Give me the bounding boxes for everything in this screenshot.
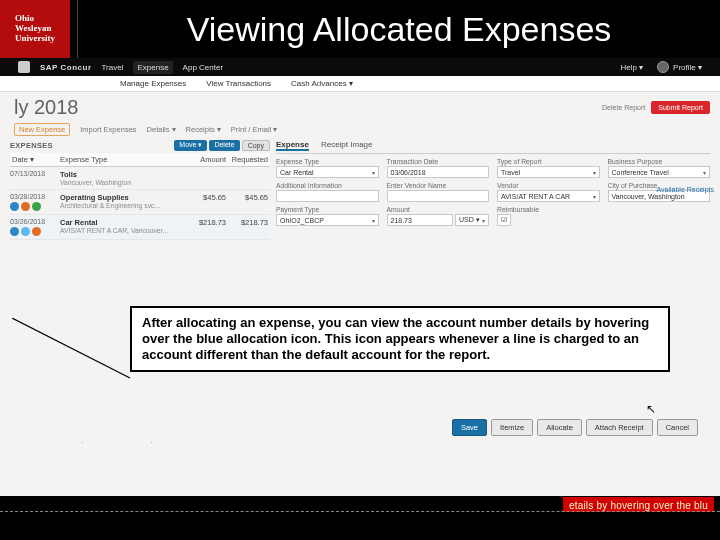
subnav-view-transactions[interactable]: View Transactions: [206, 79, 271, 88]
row-type: Operating Supplies: [60, 193, 186, 202]
expense-list-panel: EXPENSES Move ▾ Delete Copy Date ▾ Expen…: [10, 140, 270, 240]
receipt-icon: [32, 202, 41, 211]
subnav-manage-expenses[interactable]: Manage Expenses: [120, 79, 186, 88]
expenses-label: EXPENSES: [10, 141, 53, 150]
table-row[interactable]: 03/26/2018 Car Rental AVIS/AT RENT A CAR…: [10, 215, 270, 240]
lbl: Vendor: [497, 182, 600, 189]
payment-type-select[interactable]: OhIO2_CBCP: [276, 214, 379, 226]
report-type-select[interactable]: Travel: [497, 166, 600, 178]
callout-arrow: [12, 318, 128, 386]
col-requested[interactable]: Requested: [226, 155, 270, 164]
delete-report-link[interactable]: Delete Report: [602, 104, 645, 111]
row-type: Tolls: [60, 170, 186, 179]
submit-report-button[interactable]: Submit Report: [651, 101, 710, 114]
field-grid: Expense TypeCar Rental Transaction Date0…: [276, 158, 710, 226]
report-name: ly 2018: [14, 96, 79, 119]
detail-tabs: Expense Receipt Image: [276, 140, 710, 154]
slide: Ohio Wesleyan University Viewing Allocat…: [0, 0, 720, 540]
allocation-icon: [10, 202, 19, 211]
business-purpose-select[interactable]: Conference Travel: [608, 166, 711, 178]
col-amount[interactable]: Amount: [186, 155, 226, 164]
callout-box: After allocating an expense, you can vie…: [130, 306, 670, 372]
subnav-cash-advances[interactable]: Cash Advances ▾: [291, 79, 353, 88]
reimb-checkbox[interactable]: ☑: [497, 214, 511, 226]
action-bar: Save Itemize Allocate Attach Receipt Can…: [0, 413, 720, 442]
profile-label: Profile ▾: [673, 63, 702, 72]
slide-title: Viewing Allocated Expenses: [187, 10, 612, 49]
expense-type-select[interactable]: Car Rental: [276, 166, 379, 178]
nav-travel[interactable]: Travel: [102, 63, 124, 72]
title-wrap: Viewing Allocated Expenses: [78, 0, 720, 58]
amount-input[interactable]: 218.73: [387, 214, 454, 226]
details-menu[interactable]: Details ▾: [147, 125, 176, 134]
concur-header: SAP Concur Travel Expense App Center Hel…: [0, 58, 720, 76]
expense-detail-panel: Expense Receipt Image Expense TypeCar Re…: [276, 140, 710, 240]
transaction-date-input[interactable]: 03/06/2018: [387, 166, 490, 178]
university-logo: Ohio Wesleyan University: [0, 0, 70, 58]
lbl: Payment Type: [276, 206, 379, 213]
exception-icon: [32, 227, 41, 236]
expense-header-row: Date ▾ Expense Type Amount Requested: [10, 153, 270, 167]
exception-icon: [21, 202, 30, 211]
report-toolbar: New Expense Import Expenses Details ▾ Re…: [0, 121, 720, 140]
cancel-button[interactable]: Cancel: [657, 419, 698, 436]
help-menu[interactable]: Help ▾: [620, 63, 643, 72]
row-sub: Architectural & Engineering svc...: [60, 202, 186, 209]
row-sub: Vancouver, Washington: [60, 179, 186, 186]
lbl: Business Purpose: [608, 158, 711, 165]
itemize-button[interactable]: Itemize: [491, 419, 533, 436]
row-date: 03/28/2018: [10, 193, 60, 200]
attach-receipt-button[interactable]: Attach Receipt: [586, 419, 653, 436]
print-email-menu[interactable]: Print / Email ▾: [231, 125, 278, 134]
table-row[interactable]: 03/28/2018 Operating Supplies Architectu…: [10, 190, 270, 215]
row-date: 07/13/2018: [10, 170, 60, 177]
report-header: ly 2018 Delete Report Submit Report: [0, 92, 720, 121]
nav-expense[interactable]: Expense: [133, 61, 172, 74]
import-expenses-link[interactable]: Import Expenses: [80, 125, 136, 134]
currency-select[interactable]: USD ▾: [455, 214, 489, 226]
logo-line3: University: [15, 34, 55, 44]
lbl: Enter Vendor Name: [387, 182, 490, 189]
tab-expense[interactable]: Expense: [276, 140, 309, 151]
nav-appcenter[interactable]: App Center: [183, 63, 223, 72]
vendor-select[interactable]: AVIS/AT RENT A CAR: [497, 190, 600, 202]
row-type: Car Rental: [60, 218, 186, 227]
footer-bar: [0, 512, 720, 540]
new-expense-button[interactable]: New Expense: [14, 123, 70, 136]
available-receipts-link[interactable]: Available Receipts: [657, 186, 714, 193]
additional-info-input[interactable]: [276, 190, 379, 202]
profile-menu[interactable]: Profile ▾: [657, 61, 702, 73]
receipts-menu[interactable]: Receipts ▾: [186, 125, 221, 134]
lbl: Expense Type: [276, 158, 379, 165]
concur-brand: SAP Concur: [40, 63, 92, 72]
move-button[interactable]: Move ▾: [174, 140, 207, 151]
lbl: Type of Report: [497, 158, 600, 165]
enter-vendor-input[interactable]: [387, 190, 490, 202]
col-type[interactable]: Expense Type: [60, 155, 186, 164]
lbl: Additional Information: [276, 182, 379, 189]
logo-divider: [70, 0, 78, 58]
screenshot-area: SAP Concur Travel Expense App Center Hel…: [0, 58, 720, 496]
card-icon: [21, 227, 30, 236]
delete-button[interactable]: Delete: [209, 140, 239, 151]
svg-line-0: [12, 318, 130, 378]
concur-subnav: Manage Expenses View Transactions Cash A…: [0, 76, 720, 92]
tab-receipt-image[interactable]: Receipt Image: [321, 140, 373, 151]
lbl: Amount: [387, 206, 490, 213]
copy-button[interactable]: Copy: [242, 140, 270, 151]
list-toolbar: EXPENSES Move ▾ Delete Copy: [10, 140, 270, 151]
col-date[interactable]: Date ▾: [10, 155, 60, 164]
lbl: Transaction Date: [387, 158, 490, 165]
row-requested: $218.73: [226, 218, 270, 227]
row-amount: $218.73: [186, 218, 226, 227]
main-columns: EXPENSES Move ▾ Delete Copy Date ▾ Expen…: [0, 140, 720, 240]
allocation-icon: [10, 227, 19, 236]
avatar-icon: [657, 61, 669, 73]
lbl: Reimbursable: [497, 206, 600, 213]
row-amount: $45.65: [186, 193, 226, 202]
table-row[interactable]: 07/13/2018 Tolls Vancouver, Washington: [10, 167, 270, 190]
row-sub: AVIS/AT RENT A CAR, Vancouver...: [60, 227, 186, 234]
cursor-icon: ↖: [646, 402, 656, 416]
allocate-button[interactable]: Allocate: [537, 419, 582, 436]
save-button[interactable]: Save: [452, 419, 487, 436]
